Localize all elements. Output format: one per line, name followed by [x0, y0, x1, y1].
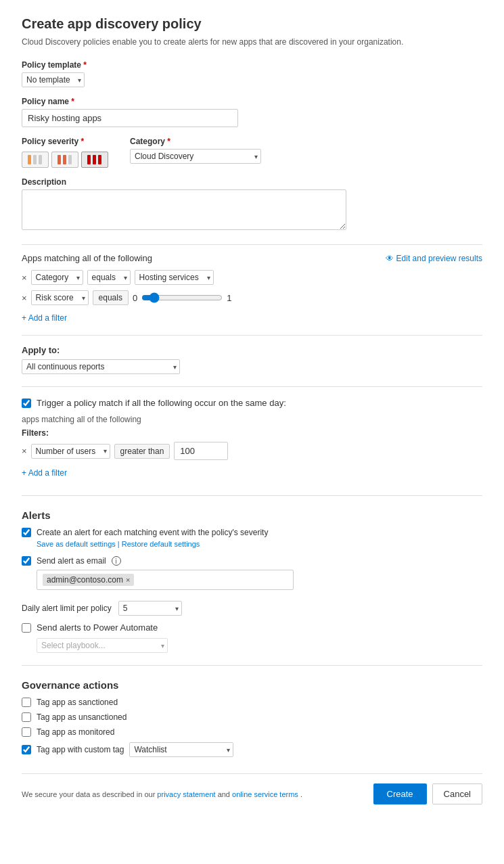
category-select[interactable]: Cloud Discovery — [135, 152, 256, 161]
create-alert-checkbox[interactable] — [22, 528, 31, 537]
sub-filter-value-input[interactable] — [174, 442, 228, 460]
sub-filter-row-1: × Number of users greater than — [22, 442, 482, 460]
add-filter-button-2[interactable]: + Add a filter — [22, 468, 67, 478]
gov-checkbox-2[interactable] — [22, 712, 31, 722]
policy-template-wrapper[interactable]: No template — [22, 72, 85, 87]
playbook-select[interactable]: Select playbook... — [41, 641, 163, 650]
filter-field-1-select[interactable]: Category — [36, 273, 78, 282]
filter-field-1-wrapper[interactable]: Category — [31, 270, 83, 285]
alert-settings-links: Save as default settings | Restore defau… — [37, 540, 482, 548]
terms-link[interactable]: online service terms — [232, 790, 298, 798]
alerts-title: Alerts — [22, 509, 482, 521]
filters-sub-label: Filters: — [22, 428, 482, 438]
playbook-wrapper[interactable]: Select playbook... — [37, 638, 168, 653]
send-email-checkbox[interactable] — [22, 556, 31, 566]
sev-bar-5 — [63, 155, 66, 164]
page-title: Create app discovery policy — [22, 16, 482, 32]
add-filter-button-1[interactable]: + Add a filter — [22, 313, 67, 323]
sev-bar-4 — [58, 155, 61, 164]
create-alert-label[interactable]: Create an alert for each matching event … — [37, 528, 268, 537]
sub-filter-field-select[interactable]: Number of users — [36, 447, 106, 456]
filter-field-2-wrapper[interactable]: Risk score — [31, 290, 89, 305]
severity-high-button[interactable] — [81, 152, 108, 168]
footer-period: . — [300, 790, 302, 798]
severity-medium-button[interactable] — [51, 152, 78, 168]
apply-to-label: Apply to: — [22, 345, 482, 355]
sev-bar-7 — [87, 155, 91, 164]
daily-limit-row: Daily alert limit per policy 1 2 5 10 20… — [22, 601, 482, 616]
footer-buttons: Create Cancel — [373, 783, 483, 804]
apps-matching-sub-title: apps matching all of the following — [22, 415, 482, 424]
edit-preview-label: Edit and preview results — [396, 254, 482, 263]
email-tag-1-remove[interactable]: × — [126, 576, 130, 584]
section-divider-3 — [22, 386, 482, 387]
footer-and: and — [218, 790, 230, 798]
filter-remove-1[interactable]: × — [22, 273, 27, 283]
restore-default-link[interactable]: Restore default settings — [122, 540, 200, 548]
trigger-label[interactable]: Trigger a policy match if all the follow… — [37, 398, 286, 408]
governance-title: Governance actions — [22, 679, 482, 691]
description-textarea[interactable] — [22, 189, 346, 230]
gov-checkbox-3[interactable] — [22, 727, 31, 737]
send-email-label[interactable]: Send alert as email — [37, 556, 106, 566]
create-alert-row: Create an alert for each matching event … — [22, 528, 482, 537]
governance-section: Governance actions Tag app as sanctioned… — [22, 679, 482, 757]
footer-links: We secure your data as described in our … — [22, 790, 302, 798]
sev-bar-8 — [93, 155, 96, 164]
add-filter-label-2: + Add a filter — [22, 468, 67, 478]
sev-bar-1 — [28, 155, 31, 164]
cancel-button[interactable]: Cancel — [432, 783, 482, 804]
filter-value-1-select[interactable]: Hosting services — [139, 273, 209, 282]
privacy-link[interactable]: privacy statement — [157, 790, 215, 798]
daily-limit-wrapper[interactable]: 1 2 5 10 20 50 — [118, 601, 182, 616]
gov-checkbox-4[interactable] — [22, 745, 31, 754]
apply-to-wrapper[interactable]: All continuous reports — [22, 359, 180, 374]
category-wrapper[interactable]: Cloud Discovery — [130, 149, 261, 164]
sev-bar-6 — [68, 155, 72, 164]
filter-value-1-wrapper[interactable]: Hosting services — [135, 270, 214, 285]
filter-field-2-select[interactable]: Risk score — [36, 293, 84, 302]
filter-operator-1-wrapper[interactable]: equals — [87, 270, 131, 285]
save-default-link[interactable]: Save as default settings — [37, 540, 116, 548]
gov-checkbox-1[interactable] — [22, 698, 31, 707]
filter-operator-1-select[interactable]: equals — [92, 273, 126, 282]
apps-matching-title: Apps matching all of the following — [22, 253, 152, 263]
power-automate-row: Send alerts to Power Automate — [22, 622, 482, 633]
description-label: Description — [22, 177, 482, 187]
alerts-section: Alerts Create an alert for each matching… — [22, 509, 482, 653]
create-button[interactable]: Create — [373, 783, 427, 804]
sub-filter-remove-1[interactable]: × — [22, 446, 27, 456]
slider-min-label: 0 — [133, 293, 137, 303]
send-email-row: Send alert as email i — [22, 556, 482, 566]
email-tag-1: admin@contoso.com × — [43, 574, 134, 586]
filter-remove-2[interactable]: × — [22, 293, 27, 303]
policy-name-label: Policy name — [22, 97, 482, 106]
gov-label-4[interactable]: Tag app with custom tag — [37, 745, 124, 754]
footer-text: We secure your data as described in our — [22, 790, 155, 798]
footer-row: We secure your data as described in our … — [22, 773, 482, 804]
sub-filter-operator-label: greater than — [120, 447, 164, 456]
filter-operator-2-label: equals — [99, 293, 122, 302]
edit-preview-link[interactable]: 👁 Edit and preview results — [386, 254, 482, 263]
gov-label-2[interactable]: Tag app as unsanctioned — [37, 712, 127, 722]
governance-item-2: Tag app as unsanctioned — [22, 712, 482, 722]
policy-template-select[interactable]: No template — [26, 75, 80, 85]
section-divider-2 — [22, 335, 482, 336]
watchlist-wrapper[interactable]: Watchlist — [129, 742, 233, 757]
gov-label-1[interactable]: Tag app as sanctioned — [37, 698, 118, 707]
sub-filter-field-wrapper[interactable]: Number of users — [31, 444, 110, 459]
daily-limit-select[interactable]: 1 2 5 10 20 50 — [123, 604, 177, 613]
slider-max-label: 1 — [227, 293, 231, 303]
governance-item-4: Tag app with custom tag Watchlist — [22, 742, 482, 757]
apply-to-select[interactable]: All continuous reports — [26, 362, 175, 371]
power-automate-checkbox[interactable] — [22, 623, 31, 633]
policy-name-input[interactable] — [22, 109, 238, 127]
trigger-checkbox[interactable] — [22, 399, 31, 408]
send-email-info-icon: i — [112, 556, 121, 566]
email-tag-container[interactable]: admin@contoso.com × — [37, 570, 294, 590]
risk-score-slider[interactable] — [141, 292, 223, 303]
power-automate-label[interactable]: Send alerts to Power Automate — [37, 622, 158, 633]
severity-low-button[interactable] — [22, 152, 49, 168]
gov-label-3[interactable]: Tag app as monitored — [37, 727, 114, 737]
watchlist-select[interactable]: Watchlist — [134, 745, 229, 754]
